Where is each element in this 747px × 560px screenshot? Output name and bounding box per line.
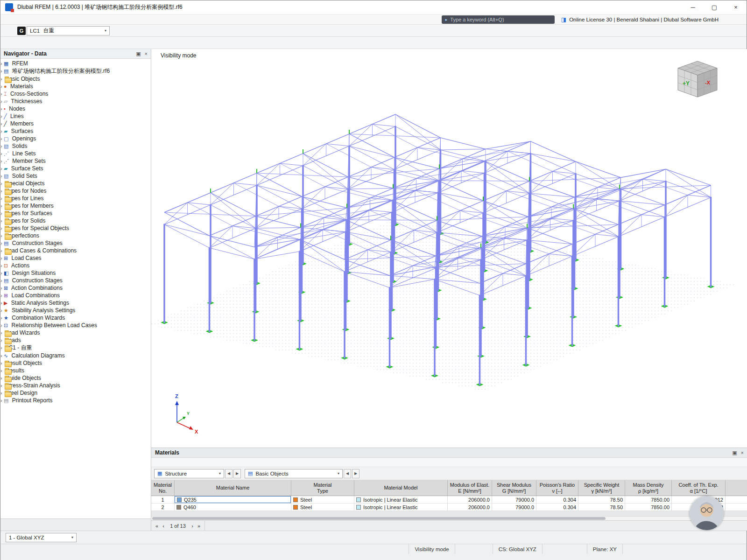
column-header[interactable]: Material Name — [175, 480, 291, 496]
expander-icon[interactable]: › — [0, 330, 2, 336]
expander-icon[interactable]: › — [0, 248, 2, 253]
expander-icon[interactable]: › — [0, 151, 2, 156]
coordinate-system-combo[interactable]: 1 - Global XYZ ▾ — [6, 533, 77, 542]
shear-modulus-cell[interactable]: 79000.0 — [492, 504, 536, 511]
category-combo[interactable]: ▤ Basic Objects ▾ — [245, 469, 343, 478]
expander-icon[interactable]: › — [0, 106, 2, 112]
model-viewport[interactable]: Visibility mode ZXY+Y-X — [151, 49, 747, 448]
expander-icon[interactable]: › — [0, 337, 2, 343]
model-3d-view[interactable]: ZXY+Y-X — [151, 49, 747, 448]
expander-icon[interactable]: › — [0, 308, 2, 313]
column-header[interactable]: Modulus of Elast.E [N/mm²] — [448, 480, 492, 496]
modulus-cell[interactable]: 206000.0 — [448, 504, 492, 511]
material-name-cell[interactable]: Q460 — [175, 504, 291, 511]
close-button[interactable]: × — [725, 0, 747, 14]
expander-icon[interactable]: › — [0, 173, 2, 179]
specific-weight-cell[interactable]: 78.50 — [578, 504, 625, 511]
load-case-combo[interactable]: LC1 自重 ▾ — [27, 26, 110, 35]
tree-item[interactable]: › Types for Surfaces — [0, 210, 151, 217]
expander-icon[interactable]: › — [0, 158, 2, 164]
tree-item[interactable]: › Load Cases & Combinations — [0, 247, 151, 254]
expander-icon[interactable]: › — [0, 76, 2, 82]
material-no-cell[interactable]: 2 — [151, 504, 175, 511]
material-no-cell[interactable]: 1 — [151, 496, 175, 503]
tree-item[interactable]: › ⋰ Line Sets — [0, 150, 151, 157]
expander-icon[interactable]: › — [0, 128, 2, 134]
tree-item[interactable]: › ⋰ Member Sets — [0, 157, 151, 165]
expander-icon[interactable]: › — [0, 84, 2, 89]
tree-item[interactable]: › • Nodes — [0, 105, 151, 112]
tree-item[interactable]: › ▰ Surfaces — [0, 127, 151, 135]
tree-item[interactable]: › Basic Objects — [0, 75, 151, 83]
tree-item[interactable]: › ▤ 堆矿场钢结构施工阶段分析案例模型.rf6 — [0, 67, 151, 75]
expander-icon[interactable]: › — [0, 210, 2, 216]
expander-icon[interactable]: › — [0, 166, 2, 171]
scrollbar-thumb[interactable] — [152, 517, 606, 520]
expander-icon[interactable]: › — [0, 240, 2, 246]
expander-icon[interactable]: › — [0, 98, 2, 104]
tree-item[interactable]: › ⊞ Load Cases — [0, 254, 151, 262]
float-panel-icon[interactable]: ▣ — [136, 51, 141, 57]
tree-item[interactable]: › ⊞ Load Combinations — [0, 292, 151, 299]
prev-table-icon[interactable]: ◀ — [225, 469, 233, 478]
tree-item[interactable]: › ◧ Design Situations — [0, 269, 151, 277]
expander-icon[interactable]: › — [0, 300, 2, 306]
tree-item[interactable]: › ▢ Openings — [0, 135, 151, 142]
expander-icon[interactable]: › — [0, 285, 2, 291]
tree-item[interactable]: › Loads — [0, 336, 151, 344]
tree-item[interactable]: › Types for Lines — [0, 195, 151, 202]
expander-icon[interactable]: › — [0, 188, 2, 194]
tree-item[interactable]: › ★ Combination Wizards — [0, 314, 151, 322]
table-row[interactable]: 1 Q235 Steel I — [151, 496, 747, 504]
first-page-icon[interactable]: « — [155, 523, 159, 529]
material-name-cell[interactable]: Q235 — [175, 496, 291, 503]
expander-icon[interactable]: › — [0, 398, 2, 403]
horizontal-scrollbar[interactable] — [151, 516, 747, 520]
expander-icon[interactable]: › — [0, 270, 2, 276]
float-panel-icon[interactable]: ▣ — [732, 450, 737, 456]
specific-weight-cell[interactable]: 78.50 — [578, 496, 625, 503]
next-category-icon[interactable]: ▶ — [352, 469, 359, 478]
expander-icon[interactable]: › — [0, 218, 2, 224]
expander-icon[interactable]: › — [0, 322, 2, 328]
tree-item[interactable]: › LC1 - 自重 — [0, 344, 151, 352]
material-type-cell[interactable]: Steel — [291, 496, 354, 503]
prev-page-icon[interactable]: ‹ — [161, 523, 166, 529]
tree-item[interactable]: › ▤ Printout Reports — [0, 397, 151, 404]
poisson-cell[interactable]: 0.304 — [536, 504, 578, 511]
expander-icon[interactable]: › — [0, 360, 2, 366]
expander-icon[interactable]: › — [0, 353, 2, 358]
expander-icon[interactable]: › — [0, 121, 2, 126]
maximize-button[interactable]: ▢ — [704, 0, 725, 14]
expander-icon[interactable]: › — [0, 255, 2, 261]
modulus-cell[interactable]: 206000.0 — [448, 496, 492, 503]
tree-item[interactable]: › Special Objects — [0, 180, 151, 187]
expander-icon[interactable]: › — [0, 91, 2, 97]
keyword-search-input[interactable]: ▸ Type a keyword (Alt+Q) — [442, 15, 555, 24]
expander-icon[interactable]: › — [0, 263, 2, 268]
column-header[interactable]: Poisson's Ratioν [--] — [536, 480, 578, 496]
column-header[interactable]: Mass Densityρ [kg/m³] — [625, 480, 672, 496]
expander-icon[interactable]: › — [0, 390, 2, 396]
column-header[interactable]: MaterialNo. — [151, 480, 175, 496]
table-row[interactable]: 2 Q460 Steel I — [151, 504, 747, 511]
tree-item[interactable]: › Types for Members — [0, 202, 151, 210]
mass-density-cell[interactable]: 7850.00 — [625, 504, 672, 511]
expander-icon[interactable]: › — [0, 181, 2, 186]
column-header[interactable]: Shear ModulusG [N/mm²] — [492, 480, 536, 496]
tree-item[interactable]: › ▧ Solid Sets — [0, 172, 151, 180]
expander-icon[interactable]: › — [0, 61, 2, 66]
tree-item[interactable]: › Steel Design — [0, 389, 151, 397]
tree-item[interactable]: › ⊡ Actions — [0, 262, 151, 269]
expander-icon[interactable]: › — [0, 368, 2, 373]
column-header[interactable]: Specific Weightγ [kN/m³] — [578, 480, 625, 496]
expander-icon[interactable]: › — [0, 225, 2, 231]
expander-icon[interactable]: › — [0, 315, 2, 321]
expander-icon[interactable]: › — [0, 383, 2, 388]
poisson-cell[interactable]: 0.304 — [536, 496, 578, 503]
mass-density-cell[interactable]: 7850.00 — [625, 496, 672, 503]
next-page-icon[interactable]: › — [190, 523, 195, 529]
last-page-icon[interactable]: » — [197, 523, 201, 529]
structure-filter-combo[interactable]: ▦ Structure ▾ — [154, 469, 224, 478]
tree-item[interactable]: › ▰ Surface Sets — [0, 165, 151, 172]
